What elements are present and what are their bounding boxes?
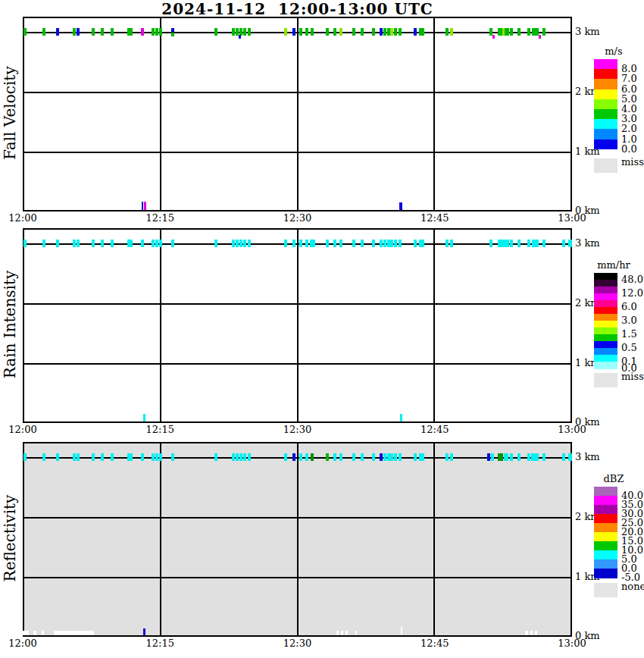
surface-echo-mark — [400, 414, 402, 421]
surface-echo-mark — [33, 631, 36, 635]
echo-mark — [101, 453, 104, 461]
grid-line-2km — [24, 92, 571, 93]
echo-mark — [498, 453, 503, 461]
echo-mark — [445, 28, 449, 36]
grid-line-1km — [24, 363, 571, 365]
echo-mark — [505, 28, 509, 36]
echo-mark — [414, 453, 417, 461]
echo-mark — [311, 28, 314, 36]
echo-mark — [73, 453, 76, 461]
surface-echo-mark — [399, 202, 402, 210]
time-tick-label: 12:45 — [417, 212, 453, 224]
surface-echo-mark — [345, 631, 348, 635]
echo-mark — [299, 28, 302, 36]
surface-echo-mark — [144, 202, 146, 210]
echo-mark — [23, 240, 27, 247]
echo-mark — [380, 240, 383, 247]
echo-mark — [111, 28, 114, 36]
echo-mark — [414, 28, 417, 36]
echo-mark — [232, 453, 235, 461]
height-tick-label: 3 km — [575, 26, 600, 37]
echo-mark — [159, 453, 162, 461]
echo-mark — [155, 28, 158, 36]
echo-mark — [42, 28, 45, 36]
echo-mark — [380, 453, 383, 461]
legend-color-band — [594, 109, 617, 120]
echo-mark — [141, 240, 144, 247]
time-tick-label: 12:00 — [5, 424, 41, 435]
legend-missing-swatch — [594, 373, 617, 387]
legend-title-mmhr: mm/hr — [585, 259, 642, 271]
echo-mark — [394, 240, 397, 247]
grid-line-12:15 — [160, 230, 161, 421]
echo-mark — [339, 453, 342, 461]
echo-mark — [542, 28, 546, 36]
echo-mark — [292, 240, 295, 247]
echo-mark — [380, 28, 383, 36]
echo-mark — [487, 453, 490, 461]
echo-mark — [284, 453, 287, 461]
legend-color-band — [594, 119, 617, 130]
echo-mark — [414, 240, 417, 247]
legend-color-band — [594, 514, 617, 524]
echo-mark — [155, 453, 158, 461]
echo-mark — [333, 240, 336, 247]
echo-mark — [539, 35, 541, 39]
legend-color-band — [594, 532, 617, 542]
panel-3-axis-title: Reflectivity — [1, 441, 19, 636]
echo-mark — [562, 453, 565, 461]
echo-mark — [248, 28, 251, 36]
echo-mark — [390, 453, 393, 461]
legend-value-label: 3.0 — [621, 315, 637, 326]
echo-mark — [352, 453, 355, 461]
surface-echo-mark — [143, 414, 145, 421]
echo-mark — [510, 453, 513, 461]
legend-color-band — [594, 69, 617, 80]
height-tick-label: 3 km — [575, 451, 600, 462]
echo-mark — [527, 28, 530, 36]
legend-color-band — [594, 523, 617, 533]
time-tick-label: 12:15 — [142, 638, 178, 649]
legend-color-band — [594, 487, 617, 497]
echo-mark — [419, 240, 424, 247]
echo-mark — [23, 453, 27, 461]
echo-mark — [517, 453, 521, 461]
echo-mark — [152, 453, 155, 461]
echo-mark — [450, 453, 453, 461]
surface-echo-mark — [336, 631, 339, 635]
echo-mark — [155, 240, 158, 247]
legend-value-label: 1.5 — [621, 329, 637, 340]
legend-color-band — [594, 362, 617, 369]
echo-mark — [361, 28, 364, 36]
echo-mark — [305, 240, 308, 247]
echo-mark — [152, 240, 155, 247]
grid-line-3km — [24, 243, 571, 245]
echo-mark — [383, 240, 386, 247]
echo-mark — [352, 28, 355, 36]
echo-mark — [383, 28, 386, 36]
height-tick-label: 0 km — [575, 416, 600, 428]
echo-mark — [333, 28, 336, 36]
echo-mark — [390, 28, 393, 36]
legend-missing-label: miss — [621, 371, 644, 382]
echo-mark — [372, 28, 375, 36]
echo-mark — [531, 453, 539, 461]
echo-mark — [92, 240, 95, 247]
grid-line-1km — [24, 577, 571, 578]
echo-mark — [305, 453, 308, 461]
echo-mark — [491, 453, 494, 461]
echo-mark — [305, 28, 308, 36]
echo-mark — [562, 240, 565, 247]
echo-mark — [56, 28, 59, 36]
echo-mark — [419, 453, 424, 461]
surface-echo-mark — [143, 628, 145, 635]
echo-mark — [299, 453, 302, 461]
legend-missing-label: none — [621, 581, 644, 592]
height-tick-label: 3 km — [575, 237, 600, 249]
grid-line-2km — [24, 303, 571, 305]
echo-mark — [372, 240, 375, 247]
echo-mark — [372, 453, 375, 461]
quicklook-plot-page: 2024-11-12 12:00-13:00 UTC Fall Velocity… — [0, 0, 644, 658]
reflectivity-panel — [23, 442, 572, 637]
echo-mark — [127, 28, 133, 36]
